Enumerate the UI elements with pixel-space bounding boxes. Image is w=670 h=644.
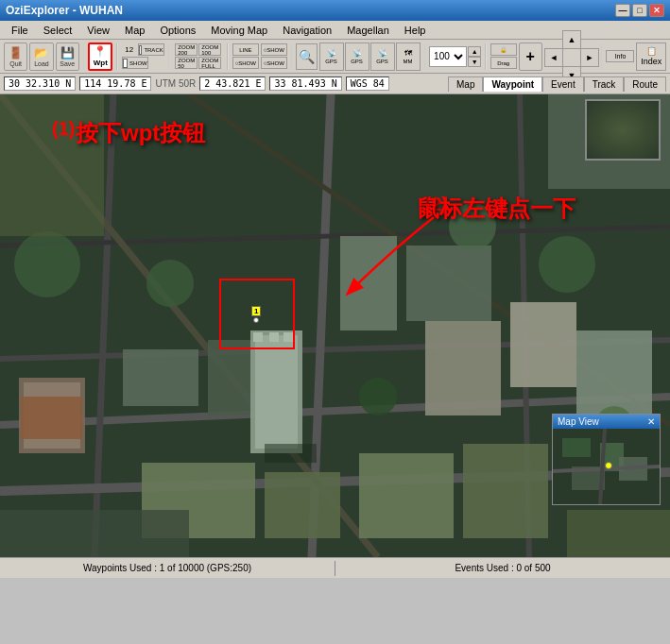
drag-button[interactable]: Drag [490,57,517,69]
nav-up-button[interactable]: ▲ [562,30,581,49]
close-button[interactable]: ✕ [649,4,664,17]
map-area[interactable]: (1) 按下wpt按钮 (2) 鼠标左键点一下 1 Map View ✕ [0,94,670,557]
zoom100-label: ZOOM100 [201,44,218,56]
zoom-up-button[interactable]: ▲ [468,46,481,57]
menu-magellan[interactable]: Magellan [339,23,397,38]
menu-map[interactable]: Map [117,23,152,38]
zoom-row2: ZOOM50 ZOOMFULL [175,57,221,69]
gps3-button[interactable]: 📡 GPS [370,42,395,71]
wpt-button[interactable]: 📍 Wpt [88,42,112,71]
gps3-label: GPS [376,59,388,64]
svg-rect-10 [123,349,198,406]
show-button[interactable]: SHOW [122,57,148,69]
tab-route[interactable]: Route [624,76,666,92]
zoomfull-label: ZOOMFULL [201,58,218,69]
map-view-close-button[interactable]: ✕ [647,416,655,427]
svg-rect-16 [265,444,317,463]
index-button[interactable]: 📋 Index [636,42,666,71]
gps1-icon: 📡 [327,49,336,58]
svg-rect-21 [510,302,576,387]
svg-rect-39 [567,510,670,557]
svg-point-30 [146,260,194,307]
wpt-label: Wpt [94,59,108,67]
track-button[interactable]: TRACK [138,43,164,56]
window-title: OziExplorer - WUHAN [6,4,123,17]
line-button[interactable]: LINE [232,43,259,56]
save-button[interactable]: 💾 Save [56,42,79,71]
nav-arrows-group: ▲ ◄ ► ▼ [544,30,597,83]
zoom50-button[interactable]: ZOOM50 [175,57,198,69]
minimize-button[interactable]: — [615,4,630,17]
info-button[interactable]: Info [606,50,634,62]
gps2-button[interactable]: 📡 GPS [345,42,369,71]
waypoint-marker: 1 [251,304,261,324]
plus-icon: + [526,48,535,65]
lock-button[interactable]: 🔒 [490,43,517,56]
nav-left-button[interactable]: ◄ [544,48,563,67]
svg-rect-12 [340,236,397,330]
zoom-arrows: ▲ ▼ [468,46,481,67]
tab-event[interactable]: Event [542,76,584,92]
tab-waypoint[interactable]: Waypoint [483,76,542,92]
gps2-icon: 📡 [352,49,362,58]
circle-show-button[interactable]: ○SHOW [232,57,259,69]
zoom-row1: ZOOM200 ZOOM100 [175,43,221,56]
map-view-title-text: Map View [558,416,599,427]
quit-button[interactable]: 🚪 Quit [4,42,27,71]
menu-help[interactable]: Help [397,23,434,38]
tab-map[interactable]: Map [448,76,483,92]
zoomfull-button[interactable]: ZOOMFULL [198,57,221,69]
mm-icon: 🗺 [404,49,412,58]
svg-point-31 [359,378,397,415]
waypoints-status: Waypoints Used : 1 of 10000 (GPS:250) [8,563,327,573]
nav-right-button[interactable]: ► [580,48,599,67]
search-icon: 🔍 [299,49,315,64]
track-label: TRACK [144,47,163,53]
track-check [139,45,143,55]
zoom-percent-select[interactable]: 100 [429,46,467,67]
search-button[interactable]: 🔍 [296,43,317,70]
svg-rect-42 [562,438,591,457]
show-button2[interactable]: ○SHOW [261,43,287,56]
separator-8 [601,43,603,70]
load-button[interactable]: 📂 Load [29,42,53,71]
separator-1 [83,43,85,70]
status-divider [335,561,335,576]
tab-track[interactable]: Track [584,76,625,92]
maximize-button[interactable]: □ [632,4,647,17]
svg-rect-19 [21,397,82,439]
plus-button[interactable]: + [519,42,542,71]
gps1-label: GPS [325,59,337,64]
menu-view[interactable]: View [79,23,117,38]
show-button3[interactable]: ○SHOW [261,57,287,69]
svg-rect-25 [359,453,454,538]
gps-group: 📡 GPS 📡 GPS 📡 GPS 🗺 MM [319,42,421,71]
menu-select[interactable]: Select [36,23,80,38]
zoom-down-button[interactable]: ▼ [468,57,481,67]
show-group2: ○SHOW ○SHOW [261,43,287,69]
menu-navigation[interactable]: Navigation [275,23,339,38]
menu-options[interactable]: Options [152,23,203,38]
annotation-step2-text: 鼠标左键点一下 [417,194,576,224]
zoom100-button[interactable]: ZOOM100 [198,43,221,56]
map-view-waypoint-marker [605,462,612,469]
mm-button[interactable]: 🗺 MM [396,42,421,71]
separator-7 [485,43,487,70]
show-label: SHOW [129,60,147,66]
wpt-icon: 📍 [94,45,107,58]
svg-rect-24 [265,472,340,538]
status-bar: Waypoints Used : 1 of 10000 (GPS:250) Ev… [0,557,670,578]
track-row2: SHOW [122,57,164,69]
menu-movingmap[interactable]: Moving Map [203,23,275,38]
circle-show-label: ○SHOW [235,60,256,66]
events-status: Events Used : 0 of 500 [343,563,662,573]
zoom200-button[interactable]: ZOOM200 [175,43,198,56]
zoom-group: ZOOM200 ZOOM100 ZOOM50 ZOOMFULL [175,43,221,69]
info-index-group: Info [606,50,634,62]
mini-map [585,99,661,161]
separator-5 [291,43,293,70]
zoom200-label: ZOOM200 [178,44,195,56]
map-view-content [553,429,660,504]
gps1-button[interactable]: 📡 GPS [319,42,344,71]
menu-file[interactable]: File [4,23,36,38]
